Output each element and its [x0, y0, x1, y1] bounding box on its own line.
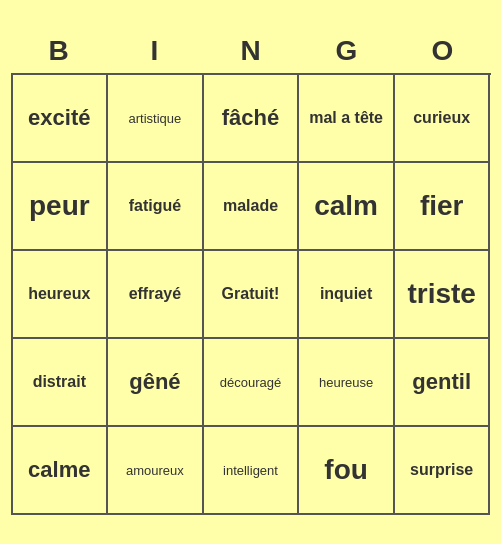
- bingo-cell: mal a tête: [299, 75, 395, 163]
- bingo-grid: excitéartistiquefâchémal a têtecurieuxpe…: [11, 73, 491, 515]
- bingo-cell: peur: [13, 163, 109, 251]
- bingo-cell: calm: [299, 163, 395, 251]
- bingo-cell: gentil: [395, 339, 491, 427]
- header-letter: O: [395, 29, 491, 73]
- bingo-cell: gêné: [108, 339, 204, 427]
- bingo-cell: curieux: [395, 75, 491, 163]
- bingo-cell: découragé: [204, 339, 300, 427]
- bingo-cell: fâché: [204, 75, 300, 163]
- bingo-cell: amoureux: [108, 427, 204, 515]
- bingo-cell: intelligent: [204, 427, 300, 515]
- bingo-cell: fier: [395, 163, 491, 251]
- bingo-cell: inquiet: [299, 251, 395, 339]
- bingo-cell: heureux: [13, 251, 109, 339]
- bingo-cell: fou: [299, 427, 395, 515]
- bingo-cell: excité: [13, 75, 109, 163]
- bingo-cell: distrait: [13, 339, 109, 427]
- bingo-cell: triste: [395, 251, 491, 339]
- bingo-cell: surprise: [395, 427, 491, 515]
- bingo-cell: artistique: [108, 75, 204, 163]
- bingo-cell: malade: [204, 163, 300, 251]
- bingo-cell: calme: [13, 427, 109, 515]
- header-letter: G: [299, 29, 395, 73]
- bingo-header: BINGO: [11, 29, 491, 73]
- header-letter: I: [107, 29, 203, 73]
- bingo-card: BINGO excitéartistiquefâchémal a têtecur…: [11, 29, 491, 515]
- header-letter: B: [11, 29, 107, 73]
- bingo-cell: fatigué: [108, 163, 204, 251]
- bingo-cell: effrayé: [108, 251, 204, 339]
- header-letter: N: [203, 29, 299, 73]
- bingo-cell: Gratuit!: [204, 251, 300, 339]
- bingo-cell: heureuse: [299, 339, 395, 427]
